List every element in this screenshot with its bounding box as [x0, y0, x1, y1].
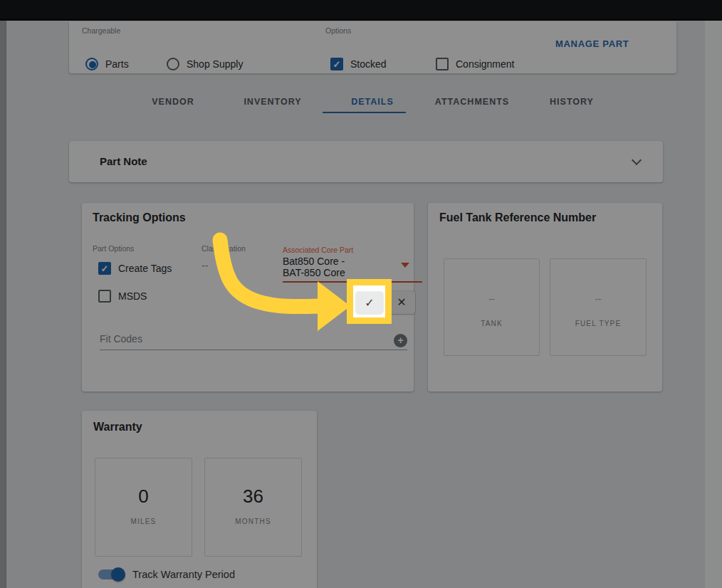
checkbox-msds-label: MSDS — [118, 290, 147, 302]
tracking-options-title: Tracking Options — [93, 211, 186, 224]
track-warranty-label: Track Warranty Period — [132, 569, 235, 580]
fit-codes-label: Fit Codes — [100, 333, 407, 345]
options-label: Options — [325, 26, 351, 35]
radio-shop-supply-label: Shop Supply — [187, 58, 243, 70]
fit-codes-underline — [100, 350, 407, 350]
fuel-tank-card: Fuel Tank Reference Number -- TANK -- FU… — [428, 203, 662, 392]
add-fit-code-icon[interactable]: + — [394, 334, 407, 347]
months-value: 36 — [205, 485, 301, 508]
checkbox-create-tags[interactable]: ✓ Create Tags — [98, 262, 172, 275]
warranty-title: Warranty — [93, 421, 142, 434]
chargeable-label: Chargeable — [82, 26, 120, 35]
track-warranty-toggle[interactable] — [98, 569, 124, 579]
checkbox-stocked[interactable]: ✓ Stocked — [330, 58, 387, 70]
radio-parts[interactable]: Parts — [85, 58, 129, 70]
tab-bar: VENDOR INVENTORY DETAILS ATTACHMENTS HIS… — [123, 91, 622, 112]
tab-attachments[interactable]: ATTACHMENTS — [422, 91, 522, 112]
tab-inventory[interactable]: INVENTORY — [223, 91, 323, 112]
radio-parts-label: Parts — [105, 58, 129, 70]
app-screen: Chargeable Parts Shop Supply Options ✓ S… — [0, 0, 722, 588]
checkbox-msds-icon[interactable] — [98, 290, 111, 303]
associated-core-part-value-line2: BAT-850 Core — [283, 268, 404, 279]
confirm-check-button[interactable]: ✓ — [358, 291, 385, 314]
part-note-title: Part Note — [100, 155, 147, 167]
cancel-x-button[interactable]: ✕ — [388, 291, 415, 314]
checkbox-stocked-label: Stocked — [350, 58, 387, 70]
active-tab-underline — [323, 112, 406, 113]
radio-shop-supply-icon[interactable] — [167, 58, 179, 70]
select-underline — [283, 281, 422, 283]
fuel-type-value: -- — [550, 293, 646, 304]
fuel-type-label: FUEL TYPE — [550, 320, 646, 327]
tank-stat-box: -- TANK — [444, 258, 540, 356]
checkbox-consignment-icon[interactable] — [436, 58, 449, 70]
classification-value: -- — [202, 260, 208, 271]
chargeable-options-card: Chargeable Parts Shop Supply Options ✓ S… — [69, 21, 676, 73]
tracking-options-card: Tracking Options Part Options ✓ Create T… — [82, 203, 414, 392]
select-caret-icon[interactable] — [401, 263, 409, 268]
track-warranty-toggle-row[interactable]: Track Warranty Period — [98, 569, 235, 580]
tab-vendor[interactable]: VENDOR — [123, 91, 223, 112]
part-options-label: Part Options — [93, 244, 134, 253]
months-label: MONTHS — [205, 518, 301, 525]
checkbox-create-tags-label: Create Tags — [118, 263, 172, 274]
manage-part-button[interactable]: MANAGE PART — [555, 38, 629, 49]
radio-shop-supply[interactable]: Shop Supply — [167, 58, 243, 70]
associated-core-part-value-line1: Bat850 Core - — [283, 256, 404, 268]
warranty-card: Warranty 0 MILES 36 MONTHS Track Warrant… — [82, 411, 317, 588]
checkbox-msds[interactable]: MSDS — [98, 290, 147, 303]
miles-label: MILES — [95, 518, 192, 525]
radio-parts-icon[interactable] — [85, 58, 98, 70]
months-stat-box: 36 MONTHS — [204, 458, 302, 557]
left-edge-panel — [0, 21, 6, 588]
tab-history[interactable]: HISTORY — [522, 91, 622, 112]
checkbox-consignment[interactable]: Consignment — [436, 58, 515, 70]
checkbox-create-tags-icon[interactable]: ✓ — [98, 262, 111, 275]
classification-label: Classification — [202, 244, 246, 253]
chevron-down-icon[interactable] — [632, 155, 642, 165]
tank-label: TANK — [444, 320, 539, 327]
associated-core-part-select[interactable]: Associated Core Part Bat850 Core - BAT-8… — [283, 246, 422, 278]
top-black-bar — [0, 0, 722, 21]
part-note-panel[interactable]: Part Note — [69, 141, 663, 182]
right-scrollbar-track[interactable] — [705, 21, 722, 588]
fit-codes-field[interactable]: Fit Codes + — [100, 333, 407, 345]
checkbox-stocked-icon[interactable]: ✓ — [330, 58, 343, 70]
miles-stat-box: 0 MILES — [95, 458, 192, 557]
tank-value: -- — [444, 293, 539, 304]
checkbox-consignment-label: Consignment — [456, 58, 515, 70]
fuel-tank-title: Fuel Tank Reference Number — [439, 211, 596, 224]
tab-details[interactable]: DETAILS — [323, 91, 422, 112]
associated-core-part-label: Associated Core Part — [283, 246, 422, 254]
miles-value: 0 — [95, 485, 192, 508]
fuel-type-stat-box: -- FUEL TYPE — [550, 258, 647, 356]
